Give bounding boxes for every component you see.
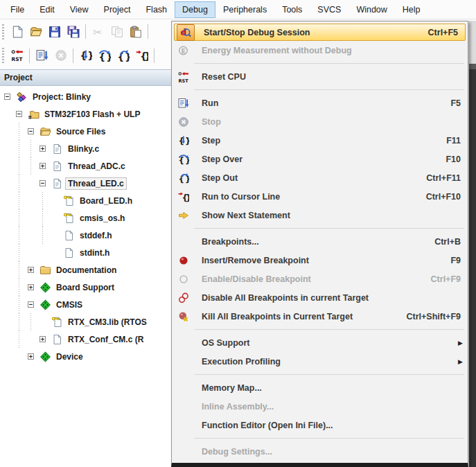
run-button[interactable] bbox=[33, 47, 51, 64]
collapse-toggle[interactable]: − bbox=[4, 94, 10, 100]
toolbar-drag-handle[interactable] bbox=[2, 48, 4, 63]
stop-icon bbox=[175, 114, 193, 130]
tree-guide-line bbox=[28, 244, 39, 261]
collapse-toggle[interactable]: − bbox=[28, 301, 34, 308]
menu-item-function-editor-open-ini-file[interactable]: Function Editor (Open Ini File)... bbox=[172, 416, 468, 434]
tree-item-stm32f103-flash-ulp[interactable]: −STM32F103 Flash + ULP bbox=[4, 105, 187, 123]
tree-expander-cell: − bbox=[16, 111, 28, 117]
menubar-item-tools[interactable]: Tools bbox=[274, 1, 310, 18]
expand-toggle[interactable]: + bbox=[28, 353, 34, 360]
tree-item-blinky-c[interactable]: +Blinky.c bbox=[4, 140, 187, 157]
step-over-button[interactable]: {} bbox=[96, 47, 113, 64]
reset-cpu-button[interactable]: RST bbox=[8, 47, 26, 64]
tree-expander-cell: + bbox=[28, 267, 39, 273]
debug-session-icon: d bbox=[177, 24, 195, 41]
file-c-icon bbox=[51, 161, 65, 172]
menu-item-step[interactable]: {}StepF11 bbox=[172, 131, 468, 150]
menu-item-start-stop-debug-session[interactable]: dStart/Stop Debug SessionCtrl+F5 bbox=[174, 24, 466, 41]
tree-expander-cell: − bbox=[28, 301, 39, 308]
tree-item-source-files[interactable]: −Source Files bbox=[4, 123, 187, 140]
tree-expander-cell: + bbox=[39, 336, 51, 342]
tree-item-label: STM32F103 Flash + ULP bbox=[42, 108, 143, 121]
file-plain-icon bbox=[51, 334, 65, 345]
tree-guide-line bbox=[28, 157, 39, 175]
toolbar-drag-handle[interactable] bbox=[2, 24, 4, 39]
open-folder-button[interactable] bbox=[27, 23, 44, 40]
collapse-toggle[interactable]: − bbox=[28, 128, 34, 134]
tree-guide-line bbox=[4, 296, 16, 313]
tree-guide-line bbox=[4, 313, 16, 331]
tree-item-rtx-conf-cm-c-r[interactable]: +RTX_Conf_CM.c (R bbox=[4, 331, 187, 348]
collapse-toggle[interactable]: − bbox=[39, 180, 46, 186]
menu-item-label: Step bbox=[202, 136, 434, 146]
save-all-button[interactable] bbox=[64, 23, 82, 40]
tree-item-rtx-cm3-lib-rtos[interactable]: RTX_CM3.lib (RTOS bbox=[4, 313, 187, 331]
menubar-item-debug[interactable]: Debug bbox=[175, 1, 215, 18]
step-button[interactable]: {} bbox=[77, 47, 94, 64]
expand-toggle[interactable]: + bbox=[28, 284, 34, 290]
collapse-toggle[interactable]: − bbox=[16, 111, 22, 117]
menu-item-disable-all-breakpoints-in-current-target[interactable]: Disable All Breakpoints in current Targe… bbox=[172, 288, 468, 307]
tree-item-label: RTX_Conf_CM.c (R bbox=[65, 333, 146, 346]
tree-item-device[interactable]: +Device bbox=[4, 348, 187, 365]
expand-toggle[interactable]: + bbox=[39, 163, 46, 169]
menubar-item-svcs[interactable]: SVCS bbox=[310, 1, 349, 18]
new-file-button[interactable] bbox=[8, 23, 26, 40]
tree-guide-line bbox=[16, 209, 28, 227]
step-out-button[interactable]: {} bbox=[114, 47, 132, 64]
expand-toggle[interactable]: + bbox=[39, 336, 46, 342]
menu-item-show-next-statement[interactable]: Show Next Statement bbox=[172, 206, 468, 224]
run-to-cursor-icon: {} bbox=[136, 49, 148, 62]
menu-icon-spacer bbox=[175, 380, 193, 396]
tree-item-stdint-h[interactable]: stdint.h bbox=[4, 244, 187, 261]
run-to-cursor-button[interactable]: {} bbox=[133, 47, 150, 64]
tree-guide-line bbox=[16, 313, 28, 331]
tree-item-cmsis-os-h[interactable]: cmsis_os.h bbox=[4, 209, 187, 227]
save-button[interactable] bbox=[46, 23, 63, 40]
tree-item-thread-adc-c[interactable]: +Thread_ADC.c bbox=[4, 157, 187, 175]
paste-button[interactable] bbox=[127, 23, 144, 40]
tree-item-thread-led-c[interactable]: −Thread_LED.c bbox=[4, 175, 187, 192]
tree-item-board-led-h[interactable]: Board_LED.h bbox=[4, 192, 187, 209]
menu-item-breakpoints[interactable]: Breakpoints...Ctrl+B bbox=[172, 232, 468, 251]
tree-item-label: RTX_CM3.lib (RTOS bbox=[65, 316, 150, 328]
menu-item-label: Start/Stop Debug Session bbox=[204, 28, 416, 37]
tree-guide-line bbox=[16, 192, 28, 209]
expand-toggle[interactable]: + bbox=[28, 267, 34, 273]
tree-item-label: Thread_ADC.c bbox=[65, 160, 128, 173]
menubar-item-peripherals[interactable]: Peripherals bbox=[215, 1, 274, 18]
menu-item-memory-map[interactable]: Memory Map... bbox=[172, 378, 468, 397]
project-targets-icon bbox=[16, 91, 30, 103]
tree-item-board-support[interactable]: +Board Support bbox=[4, 279, 187, 296]
tree-item-documentation[interactable]: +Documentation bbox=[4, 261, 187, 279]
menu-item-label: Kill All Breakpoints in Current Target bbox=[202, 312, 394, 321]
menu-icon-spacer bbox=[175, 353, 193, 370]
tree-guide-line bbox=[16, 244, 28, 261]
file-key-icon bbox=[63, 213, 77, 224]
tree-item-label: Documentation bbox=[53, 264, 119, 276]
menu-item-step-out[interactable]: {}Step OutCtrl+F11 bbox=[172, 168, 468, 187]
menu-item-run-to-cursor-line[interactable]: {}Run to Cursor LineCtrl+F10 bbox=[172, 187, 468, 206]
menu-item-reset-cpu[interactable]: RSTReset CPU bbox=[172, 67, 468, 86]
menubar-item-file[interactable]: File bbox=[3, 1, 32, 18]
menu-item-insert-remove-breakpoint[interactable]: Insert/Remove BreakpointF9 bbox=[172, 251, 468, 270]
menubar-item-project[interactable]: Project bbox=[96, 1, 139, 18]
tree-item-stddef-h[interactable]: stddef.h bbox=[4, 227, 187, 244]
menu-item-label: Run bbox=[202, 98, 438, 108]
menu-item-label: Show Next Statement bbox=[202, 211, 461, 220]
tree-item-project-blinky[interactable]: −Project: Blinky bbox=[4, 88, 187, 105]
menubar-item-view[interactable]: View bbox=[62, 1, 96, 18]
menu-item-execution-profiling[interactable]: Execution Profiling▶ bbox=[172, 352, 468, 371]
menubar-item-flash[interactable]: Flash bbox=[138, 1, 175, 18]
menu-item-kill-all-breakpoints-in-current-target[interactable]: Kill All Breakpoints in Current TargetCt… bbox=[172, 307, 468, 326]
menu-item-run[interactable]: RunF5 bbox=[172, 94, 468, 112]
expand-toggle[interactable]: + bbox=[39, 146, 46, 152]
tree-item-cmsis[interactable]: −CMSIS bbox=[4, 296, 187, 313]
menubar-item-edit[interactable]: Edit bbox=[32, 1, 62, 18]
menubar-item-help[interactable]: Help bbox=[395, 1, 428, 18]
menu-item-os-support[interactable]: OS Support▶ bbox=[172, 333, 468, 352]
menu-item-shortcut: Ctrl+F11 bbox=[426, 173, 461, 183]
menu-item-step-over[interactable]: {}Step OverF10 bbox=[172, 150, 468, 168]
menubar-item-window[interactable]: Window bbox=[349, 1, 394, 18]
menu-item-shortcut: Ctrl+F9 bbox=[431, 274, 461, 284]
